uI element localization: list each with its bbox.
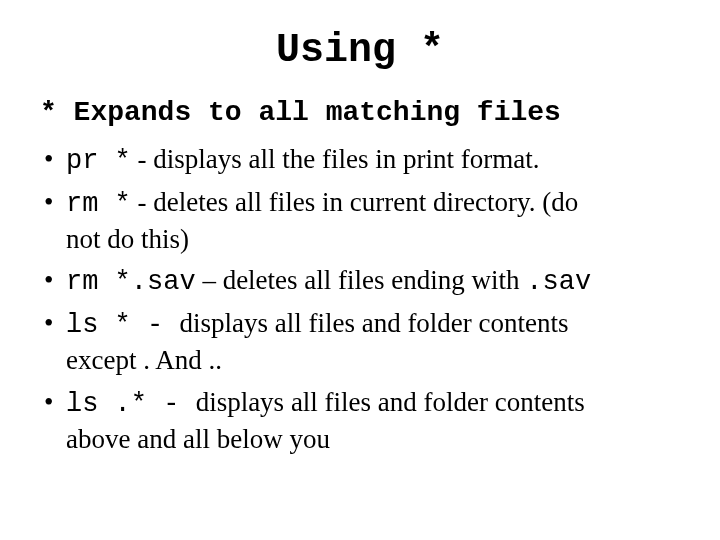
command-text: .sav — [526, 267, 591, 297]
description-continuation: above and all below you — [66, 422, 680, 457]
description-continuation: except . And .. — [66, 343, 680, 378]
slide-title: Using * — [40, 28, 680, 73]
slide: Using * * Expands to all matching files … — [0, 0, 720, 540]
list-item: ls * - displays all files and folder con… — [40, 306, 680, 378]
description-text: displays all files and folder contents — [196, 387, 585, 417]
command-text: rm * — [66, 189, 131, 219]
command-text: rm *.sav — [66, 267, 196, 297]
command-text: pr * — [66, 146, 131, 176]
separator: - — [131, 187, 154, 217]
description-text: deletes all files in current directory. … — [153, 187, 578, 217]
slide-subheading: * Expands to all matching files — [40, 97, 680, 128]
list-item: rm *.sav – deletes all files ending with… — [40, 263, 680, 300]
command-text: ls * — [66, 310, 131, 340]
bullet-list: pr * - displays all the files in print f… — [40, 142, 680, 457]
list-item: pr * - displays all the files in print f… — [40, 142, 680, 179]
description-continuation: not do this) — [66, 222, 680, 257]
separator: - — [147, 389, 196, 419]
description-text: displays all files and folder contents — [179, 308, 568, 338]
description-text: deletes all files ending with — [223, 265, 527, 295]
separator: - — [131, 310, 180, 340]
separator: - — [131, 144, 154, 174]
separator: – — [196, 265, 223, 295]
description-text: displays all the files in print format. — [153, 144, 539, 174]
list-item: ls .* - displays all files and folder co… — [40, 385, 680, 457]
command-text: ls .* — [66, 389, 147, 419]
list-item: rm * - deletes all files in current dire… — [40, 185, 680, 257]
